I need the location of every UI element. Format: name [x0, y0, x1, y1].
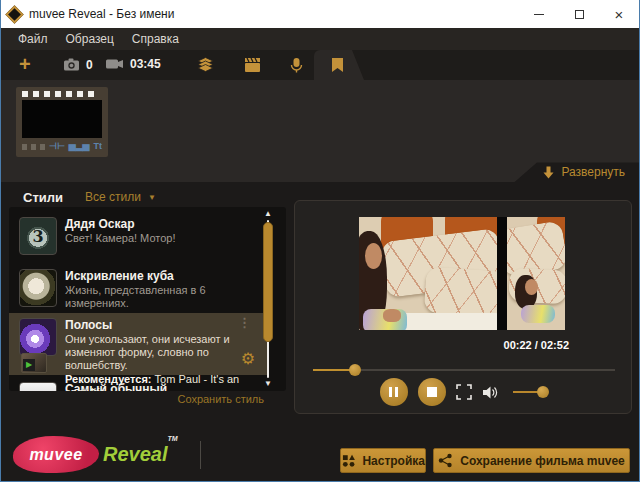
film-sprockets: [22, 91, 102, 97]
minimize-icon: [534, 14, 544, 15]
save-movie-button[interactable]: Сохранение фильма muvee: [433, 448, 630, 473]
expand-down-arrow-icon: [543, 166, 554, 179]
settings-button[interactable]: Настройка: [340, 448, 426, 473]
muvee-logo-blob: muvee: [13, 436, 99, 473]
logo-reveal-text: RevealTM: [103, 443, 178, 466]
scroll-up-icon[interactable]: ▲: [262, 210, 274, 218]
style-item-oscar[interactable]: Дядя Оскар Свет! Камера! Мотор!: [9, 212, 267, 260]
clip-badges: ⊣⊢ ▅▂▅ Tt: [22, 142, 102, 151]
style-item-cube[interactable]: Искривление куба Жизнь, представленная в…: [9, 264, 267, 315]
style-settings-gear-icon[interactable]: ⚙: [241, 351, 255, 367]
minimize-button[interactable]: [519, 0, 559, 28]
menu-help[interactable]: Справка: [123, 29, 188, 49]
styles-list: Дядя Оскар Свет! Камера! Мотор! Искривле…: [9, 207, 286, 391]
styles-scrollbar[interactable]: ▲ ▼: [262, 210, 274, 388]
photo-camera-icon: [63, 57, 80, 72]
style-thumbnail-cube: [19, 269, 57, 307]
brand-logo: muvee RevealTM: [13, 436, 201, 473]
settings-button-label: Настройка: [362, 454, 425, 468]
seek-slider[interactable]: [313, 364, 615, 376]
app-window: muvee Reveal - Без имени × Файл Образец …: [0, 0, 640, 482]
add-media-button[interactable]: +: [19, 53, 31, 75]
styles-layers-tab[interactable]: [197, 57, 214, 74]
style-thumbnail-plain: [19, 382, 57, 391]
menu-bar: Файл Образец Справка: [1, 28, 639, 50]
preview-panel: 00:22 / 02:52: [294, 200, 632, 414]
style-name: Полосы: [65, 318, 259, 333]
style-name: Искривление куба: [65, 269, 259, 284]
style-name: Дядя Оскар: [65, 217, 259, 232]
footer-divider: [200, 441, 201, 469]
menu-sample[interactable]: Образец: [57, 29, 123, 49]
music-icon: ▅▂▅: [69, 142, 90, 151]
chevron-down-icon: ▼: [148, 193, 156, 202]
pause-icon: [389, 387, 398, 397]
fullscreen-icon[interactable]: [456, 384, 472, 400]
trim-icon: ⊣⊢: [49, 142, 65, 151]
titles-icon: Tt: [94, 142, 103, 151]
style-thumbnail-oscar: [19, 217, 57, 255]
seek-fill: [313, 369, 355, 371]
menu-file[interactable]: Файл: [9, 29, 57, 49]
save-style-link[interactable]: Сохранить стиль: [9, 393, 264, 405]
close-icon: ×: [615, 7, 624, 22]
playback-time: 00:22 / 02:52: [504, 339, 569, 351]
volume-knob[interactable]: [537, 386, 549, 398]
customize-shapes-icon: [341, 453, 355, 468]
photo-count: 0: [86, 58, 93, 72]
seek-knob[interactable]: [349, 364, 361, 376]
item-menu-dots-icon[interactable]: ⋮: [238, 317, 251, 328]
volume-slider[interactable]: [513, 386, 547, 398]
style-item-plain[interactable]: Самый обычный: [9, 377, 267, 391]
media-tab-bar: + 0 03:45: [1, 50, 639, 80]
share-icon: [438, 453, 453, 468]
style-name: Самый обычный: [65, 382, 259, 391]
video-camera-icon: [105, 57, 124, 71]
window-title: muvee Reveal - Без имени: [29, 7, 519, 21]
pause-button[interactable]: [380, 378, 408, 406]
bookmark-tab[interactable]: [329, 57, 346, 74]
close-button[interactable]: ×: [599, 0, 639, 28]
style-thumbnail-stripes: [19, 318, 57, 356]
logo-muvee-text: muvee: [29, 446, 82, 464]
window-controls: ×: [519, 0, 639, 28]
video-duration-group: 03:45: [105, 57, 161, 71]
styles-filter-label: Все стили: [85, 190, 141, 204]
video-duration: 03:45: [130, 57, 161, 71]
video-preview[interactable]: [359, 217, 565, 330]
style-desc: Свет! Камера! Мотор!: [65, 232, 259, 245]
expand-link[interactable]: Развернуть: [543, 165, 625, 179]
logo-tm: TM: [168, 435, 178, 442]
clip-thumbnail[interactable]: ⊣⊢ ▅▂▅ Tt: [16, 87, 108, 157]
styles-header: Стили Все стили ▼: [1, 187, 156, 207]
microphone-tab[interactable]: [288, 57, 305, 74]
style-desc: Жизнь, представленная в 6 измерениях.: [65, 284, 259, 310]
stop-icon: [427, 387, 437, 397]
app-logo-icon: [5, 5, 23, 23]
film-frame: [22, 100, 102, 138]
styles-filter-dropdown[interactable]: Все стили ▼: [85, 190, 156, 204]
maximize-button[interactable]: [559, 0, 599, 28]
maximize-icon: [575, 10, 584, 19]
volume-icon[interactable]: [482, 385, 499, 400]
video-frame-right: [507, 217, 565, 330]
playback-controls: [295, 377, 631, 407]
style-item-stripes-selected[interactable]: Полосы Они ускользают, они исчезают и из…: [9, 313, 267, 375]
stop-button[interactable]: [418, 378, 446, 406]
expand-label: Развернуть: [561, 165, 625, 179]
style-desc: Они ускользают, они исчезают и изменяют …: [65, 333, 259, 372]
styles-title: Стили: [23, 190, 63, 205]
stripe-divider: [497, 217, 507, 330]
scroll-thumb[interactable]: [263, 222, 273, 342]
clapperboard-tab[interactable]: [244, 57, 261, 74]
scroll-down-icon[interactable]: ▼: [262, 380, 274, 388]
title-bar: muvee Reveal - Без имени ×: [1, 0, 639, 28]
photo-count-group: 0: [63, 57, 93, 72]
save-movie-button-label: Сохранение фильма muvee: [460, 454, 625, 468]
play-icon[interactable]: ▶: [23, 359, 35, 371]
video-frame-left: [359, 217, 497, 330]
